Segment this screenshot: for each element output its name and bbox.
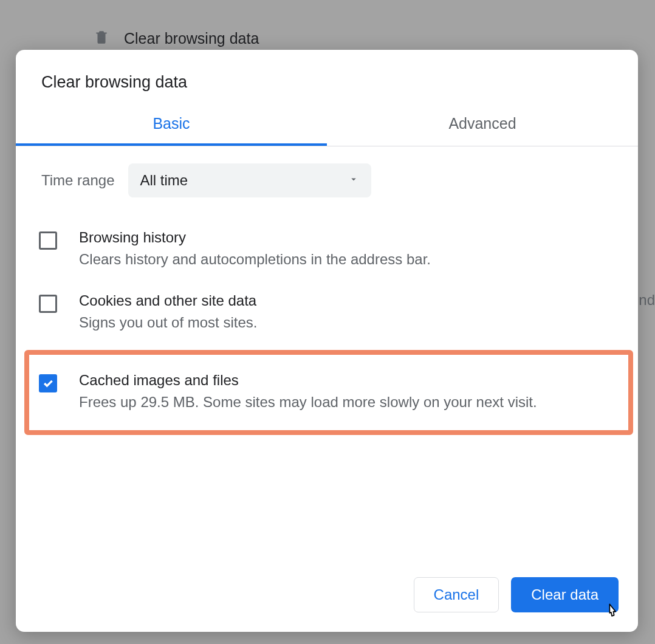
option-text: Cached images and files Frees up 29.5 MB… [79,372,537,412]
dialog-tabs: Basic Advanced [16,109,638,146]
time-range-select[interactable]: All time [128,163,371,197]
option-desc: Clears history and autocompletions in th… [79,250,431,269]
checkbox-cookies[interactable] [39,295,57,313]
checkbox-browsing-history[interactable] [39,231,57,250]
option-text: Browsing history Clears history and auto… [79,229,431,269]
clear-data-button[interactable]: Clear data [511,577,619,612]
option-title: Cookies and other site data [79,292,257,309]
option-cached-images-files: Cached images and files Frees up 29.5 MB… [27,352,631,433]
option-desc: Frees up 29.5 MB. Some sites may load mo… [79,392,537,412]
option-text: Cookies and other site data Signs you ou… [79,292,257,332]
tab-basic[interactable]: Basic [16,109,327,146]
option-desc: Signs you out of most sites. [79,313,257,332]
settings-row-title: Clear browsing data [124,30,259,47]
time-range-row: Time range All time [41,163,612,197]
cancel-button[interactable]: Cancel [414,577,499,612]
option-title: Browsing history [79,229,431,246]
time-range-label: Time range [41,172,115,189]
trash-icon [94,29,109,47]
option-browsing-history: Browsing history Clears history and auto… [39,222,612,285]
clear-browsing-data-dialog: Clear browsing data Basic Advanced Time … [16,50,638,632]
dialog-content: Time range All time Browsing history Cle… [16,146,638,577]
dialog-title: Clear browsing data [16,50,638,109]
tab-advanced[interactable]: Advanced [327,109,638,146]
time-range-value: All time [140,172,188,189]
chevron-down-icon [348,174,359,187]
checkbox-cached-images-files[interactable] [39,374,57,392]
option-title: Cached images and files [79,372,537,389]
settings-row-behind: Clear browsing data [94,29,259,47]
option-cookies: Cookies and other site data Signs you ou… [39,285,612,348]
dialog-footer: Cancel Clear data [16,577,638,632]
